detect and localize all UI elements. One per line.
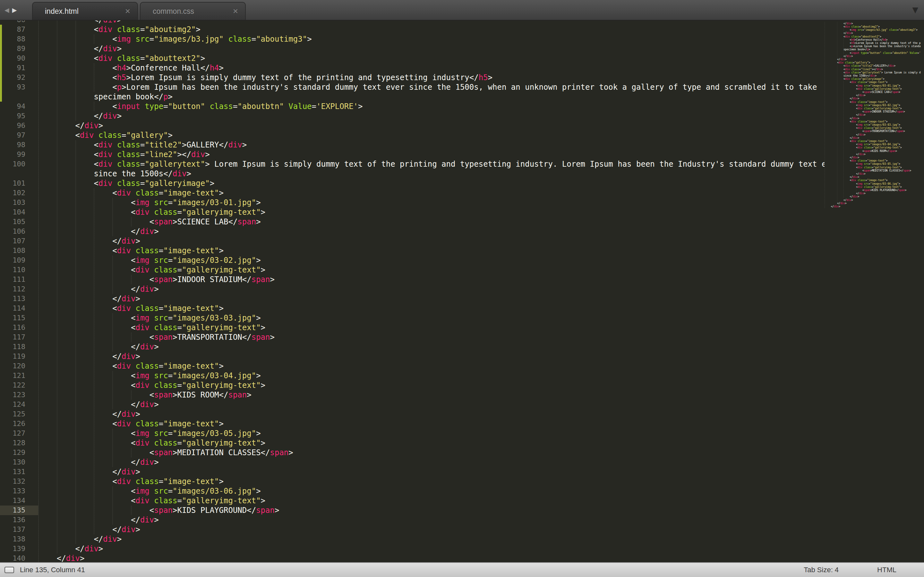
code-line[interactable]: <h4>Conference Hall</h4> — [825, 38, 921, 41]
code-line[interactable]: 99<div class="line2"></div> — [0, 150, 924, 159]
code-line[interactable]: <div class="image-text"> — [825, 139, 921, 143]
code-line[interactable]: <div class="image-text"> — [825, 81, 921, 84]
code-line[interactable]: 103<img src="images/03-01.jpg"> — [0, 198, 924, 207]
code-line[interactable]: 110<div class="galleryimg-text"> — [0, 265, 924, 275]
code-line[interactable]: 87<div class="aboutimg2"> — [0, 25, 924, 34]
tab-overflow-icon[interactable]: ▼ — [913, 5, 918, 15]
code-line[interactable]: 86</div> — [0, 21, 924, 25]
code-line[interactable]: <div class="image-text"> — [825, 120, 921, 123]
code-line[interactable]: <div class="aboutimg2"> — [825, 25, 921, 28]
code-line[interactable]: 134<div class="galleryimg-text"> — [0, 496, 924, 506]
code-line[interactable]: 137</div> — [0, 525, 924, 534]
tab-index-html[interactable]: index.html× — [32, 2, 138, 20]
code-line[interactable]: </div> — [825, 117, 921, 120]
code-line[interactable]: 115<img src="images/03-03.jpg"> — [0, 313, 924, 323]
code-line[interactable]: <img src="images/03-04.jpg"> — [825, 143, 921, 146]
code-line[interactable]: since the 1500s</div> — [825, 74, 921, 77]
code-line[interactable]: <img src="images/b3.jpg" class="aboutimg… — [825, 28, 921, 31]
tab-close-icon[interactable]: × — [233, 7, 238, 16]
code-line[interactable]: 119</div> — [0, 351, 924, 361]
code-line[interactable]: 111<span>INDOOR STADIUM</span> — [0, 275, 924, 284]
code-line[interactable]: </div> — [825, 97, 921, 100]
code-line[interactable]: <img src="images/03-01.jpg"> — [825, 84, 921, 87]
code-line[interactable]: specimen book</p> — [0, 92, 924, 102]
code-line[interactable]: 122<div class="galleryimg-text"> — [0, 380, 924, 390]
code-line[interactable]: </div> — [825, 205, 921, 208]
code-line[interactable]: <img src="images/03-05.jpg"> — [825, 163, 921, 166]
code-line[interactable]: 101<div class="galleryimage"> — [0, 179, 924, 188]
code-line[interactable]: <span>KIDS PLAYGROUND</span> — [825, 189, 921, 192]
code-line[interactable]: <div class="galleryimg-text"> — [825, 166, 921, 169]
tab-close-icon[interactable]: × — [125, 7, 130, 16]
code-line[interactable]: <div class="title2">GALLERY</div> — [825, 64, 921, 68]
code-line[interactable]: </div> — [825, 195, 921, 198]
code-line[interactable]: <img src="images/03-06.jpg"> — [825, 182, 921, 185]
code-line[interactable]: 90<div class="abouttext2"> — [0, 53, 924, 63]
code-line[interactable]: <span>INDOOR STADIUM</span> — [825, 110, 921, 113]
code-line[interactable]: 123<span>KIDS ROOM</span> — [0, 390, 924, 400]
code-line[interactable]: <span>KIDS ROOM</span> — [825, 149, 921, 153]
code-line[interactable]: <p>Lorem Ipsum has been the industry's s… — [825, 45, 921, 48]
code-line[interactable]: 135<span>KIDS PLAYGROUND</span> — [0, 506, 924, 515]
code-line[interactable]: </div> — [825, 93, 921, 97]
back-arrow-icon[interactable]: ◀ — [5, 7, 9, 13]
panel-toggle-icon[interactable] — [5, 567, 14, 573]
code-line[interactable]: </div> — [825, 156, 921, 159]
code-line[interactable]: 97<div class="gallery"> — [0, 131, 924, 140]
code-line[interactable]: 126<div class="image-text"> — [0, 419, 924, 429]
code-line[interactable]: 128<div class="galleryimg-text"> — [0, 438, 924, 448]
code-line[interactable]: 88<img src="images/b3.jpg" class="abouti… — [0, 34, 924, 44]
code-line[interactable]: 125</div> — [0, 409, 924, 419]
code-line[interactable]: 114<div class="image-text"> — [0, 303, 924, 313]
code-line[interactable]: <h5>Lorem Ipsum is simply dummy text of … — [825, 41, 921, 45]
code-line[interactable]: </div> — [825, 133, 921, 136]
code-line[interactable]: 132<div class="image-text"> — [0, 477, 924, 486]
editor[interactable]: 86</div>87<div class="aboutimg2">88<img … — [0, 21, 924, 562]
code-line[interactable]: <img src="images/03-03.jpg"> — [825, 123, 921, 126]
code-line[interactable]: 139</div> — [0, 544, 924, 554]
code-line[interactable]: 140</div> — [0, 554, 924, 562]
code-line[interactable]: <div class="galleryimg-text"> — [825, 126, 921, 129]
code-line[interactable]: 112</div> — [0, 284, 924, 294]
code-line[interactable]: 94<input type="button" class="aboutbtn" … — [0, 102, 924, 111]
code-line[interactable]: 93<p>Lorem Ipsum has been the industry's… — [0, 82, 924, 92]
code-line[interactable]: 95</div> — [0, 111, 924, 121]
code-line[interactable]: 91<h4>Conference Hall</h4> — [0, 63, 924, 73]
code-line[interactable]: 89</div> — [0, 44, 924, 53]
code-line[interactable]: </div> — [825, 172, 921, 175]
code-line[interactable]: 107</div> — [0, 236, 924, 246]
code-line[interactable]: 127<img src="images/03-05.jpg"> — [0, 429, 924, 438]
code-line[interactable]: 124</div> — [0, 400, 924, 409]
tab-size-indicator[interactable]: Tab Size: 4 — [804, 566, 838, 574]
code-line[interactable]: 109<img src="images/03-02.jpg"> — [0, 255, 924, 265]
code-line[interactable]: 138</div> — [0, 534, 924, 544]
code-line[interactable]: 100<div class="gallerytext"> Lorem Ipsum… — [0, 159, 924, 169]
code-line[interactable]: </div> — [825, 201, 921, 205]
code-line[interactable]: 108<div class="image-text"> — [0, 246, 924, 255]
code-line[interactable]: </div> — [825, 136, 921, 139]
code-line[interactable]: specimen book</p> — [825, 48, 921, 51]
code-line[interactable]: </div> — [825, 58, 921, 61]
code-line[interactable]: <div class="galleryimage"> — [825, 77, 921, 81]
tab-common-css[interactable]: common.css× — [140, 2, 246, 20]
code-line[interactable]: 130</div> — [0, 458, 924, 467]
code-line[interactable]: <div class="gallerytext"> Lorem Ipsum is… — [825, 71, 921, 74]
code-line[interactable]: 133<img src="images/03-06.jpg"> — [0, 486, 924, 496]
code-line[interactable]: <input type="button" class="aboutbtn" Va… — [825, 51, 921, 55]
code-line[interactable]: 116<div class="galleryimg-text"> — [0, 323, 924, 332]
code-line[interactable]: </div> — [825, 153, 921, 156]
code-line[interactable]: 136</div> — [0, 515, 924, 525]
code-line[interactable]: <div class="galleryimg-text"> — [825, 107, 921, 110]
code-line[interactable]: 131</div> — [0, 467, 924, 477]
code-line[interactable]: <div class="image-text"> — [825, 159, 921, 162]
code-area[interactable]: 86</div>87<div class="aboutimg2">88<img … — [0, 21, 924, 562]
code-line[interactable]: 121<img src="images/03-04.jpg"> — [0, 371, 924, 380]
code-line[interactable]: 92<h5>Lorem Ipsum is simply dummy text o… — [0, 73, 924, 82]
code-line[interactable]: </div> — [825, 55, 921, 58]
code-line[interactable]: <div class="galleryimg-text"> — [825, 185, 921, 189]
code-line[interactable]: 120<div class="image-text"> — [0, 361, 924, 371]
code-line[interactable]: 96</div> — [0, 121, 924, 131]
code-line[interactable]: <span>MEDITATION CLASSES</span> — [825, 169, 921, 172]
code-line[interactable]: <div class="abouttext2"> — [825, 35, 921, 38]
code-line[interactable]: since the 1500s</div> — [0, 169, 924, 179]
